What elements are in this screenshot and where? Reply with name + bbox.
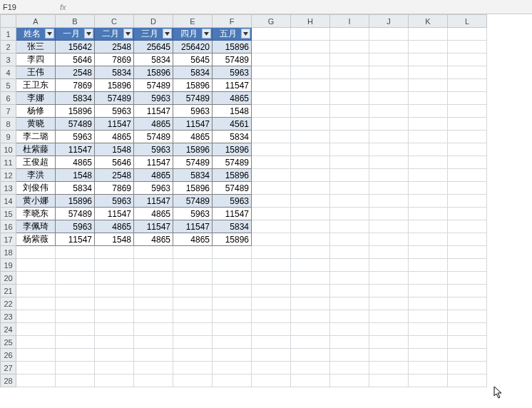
cell-K2[interactable] (409, 41, 448, 53)
cell-H21[interactable] (291, 285, 330, 297)
cell-G28[interactable] (252, 374, 291, 387)
cell-L11[interactable] (448, 156, 487, 169)
table-cell-r6-c0[interactable]: 黄晓 (16, 118, 56, 131)
table-cell-r10-c0[interactable]: 李洪 (16, 169, 56, 182)
cell-I15[interactable] (330, 208, 369, 220)
table-cell-r3-c1[interactable]: 7869 (56, 79, 95, 92)
cell-K19[interactable] (409, 259, 448, 272)
cell-L20[interactable] (448, 272, 487, 285)
cell-J15[interactable] (369, 208, 409, 220)
cell-G14[interactable] (252, 195, 291, 208)
table-cell-r11-c1[interactable]: 5834 (56, 182, 95, 195)
table-cell-r4-c1[interactable]: 5834 (56, 92, 95, 105)
table-cell-r12-c2[interactable]: 5963 (95, 195, 134, 208)
row-header-22[interactable]: 22 (1, 297, 16, 310)
table-cell-r2-c5[interactable]: 5963 (213, 66, 252, 79)
cell-C20[interactable] (95, 272, 134, 285)
cell-G16[interactable] (252, 220, 291, 233)
cell-B18[interactable] (56, 246, 95, 259)
cell-H22[interactable] (291, 297, 330, 310)
row-header-9[interactable]: 9 (1, 131, 16, 143)
table-cell-r15-c0[interactable]: 杨紫薇 (16, 233, 56, 246)
cell-J2[interactable] (369, 41, 409, 53)
cell-E18[interactable] (173, 246, 213, 259)
filter-button-0[interactable] (45, 29, 54, 39)
table-cell-r13-c2[interactable]: 11547 (95, 208, 134, 220)
row-header-6[interactable]: 6 (1, 92, 16, 105)
row-header-5[interactable]: 5 (1, 79, 16, 92)
table-cell-r1-c2[interactable]: 7869 (95, 53, 134, 66)
cell-I2[interactable] (330, 41, 369, 53)
cell-K16[interactable] (409, 220, 448, 233)
filter-button-4[interactable] (202, 29, 211, 39)
table-cell-r6-c3[interactable]: 4865 (134, 118, 173, 131)
row-header-12[interactable]: 12 (1, 169, 16, 182)
cell-K28[interactable] (409, 374, 448, 387)
cell-K21[interactable] (409, 285, 448, 297)
table-cell-r8-c5[interactable]: 15896 (213, 143, 252, 156)
cell-E26[interactable] (173, 349, 213, 362)
cell-J8[interactable] (369, 118, 409, 131)
cell-J7[interactable] (369, 105, 409, 118)
cell-B27[interactable] (56, 362, 95, 374)
row-header-8[interactable]: 8 (1, 118, 16, 131)
cell-J11[interactable] (369, 156, 409, 169)
cell-L12[interactable] (448, 169, 487, 182)
table-cell-r0-c3[interactable]: 25645 (134, 41, 173, 53)
cell-L25[interactable] (448, 336, 487, 349)
cell-L8[interactable] (448, 118, 487, 131)
row-header-17[interactable]: 17 (1, 233, 16, 246)
cell-I17[interactable] (330, 233, 369, 246)
cell-I23[interactable] (330, 310, 369, 323)
cell-H5[interactable] (291, 79, 330, 92)
cell-L15[interactable] (448, 208, 487, 220)
table-cell-r8-c0[interactable]: 杜紫藤 (16, 143, 56, 156)
table-cell-r3-c0[interactable]: 王卫东 (16, 79, 56, 92)
table-cell-r5-c5[interactable]: 1548 (213, 105, 252, 118)
table-cell-r1-c5[interactable]: 57489 (213, 53, 252, 66)
cell-J21[interactable] (369, 285, 409, 297)
cell-J17[interactable] (369, 233, 409, 246)
table-cell-r4-c2[interactable]: 57489 (95, 92, 134, 105)
table-cell-r1-c0[interactable]: 李四 (16, 53, 56, 66)
table-cell-r7-c3[interactable]: 57489 (134, 131, 173, 143)
col-header-J[interactable]: J (369, 15, 409, 28)
cell-K6[interactable] (409, 92, 448, 105)
table-cell-r8-c4[interactable]: 15896 (173, 143, 213, 156)
cell-H11[interactable] (291, 156, 330, 169)
table-cell-r5-c0[interactable]: 杨修 (16, 105, 56, 118)
cell-E22[interactable] (173, 297, 213, 310)
table-cell-r2-c2[interactable]: 5834 (95, 66, 134, 79)
cell-I11[interactable] (330, 156, 369, 169)
row-header-19[interactable]: 19 (1, 259, 16, 272)
table-cell-r0-c0[interactable]: 张三 (16, 41, 56, 53)
table-header-0[interactable]: 姓名 (16, 28, 56, 41)
cell-K9[interactable] (409, 131, 448, 143)
table-cell-r3-c2[interactable]: 15896 (95, 79, 134, 92)
cell-K1[interactable] (409, 28, 448, 41)
cell-H27[interactable] (291, 362, 330, 374)
cell-I19[interactable] (330, 259, 369, 272)
cell-H6[interactable] (291, 92, 330, 105)
cell-L6[interactable] (448, 92, 487, 105)
table-cell-r3-c5[interactable]: 11547 (213, 79, 252, 92)
cell-J12[interactable] (369, 169, 409, 182)
cell-E25[interactable] (173, 336, 213, 349)
cell-H14[interactable] (291, 195, 330, 208)
cell-G2[interactable] (252, 41, 291, 53)
table-cell-r6-c2[interactable]: 11547 (95, 118, 134, 131)
cell-L14[interactable] (448, 195, 487, 208)
cell-K12[interactable] (409, 169, 448, 182)
table-cell-r11-c4[interactable]: 15896 (173, 182, 213, 195)
cell-D19[interactable] (134, 259, 173, 272)
cell-B26[interactable] (56, 349, 95, 362)
table-cell-r12-c5[interactable]: 5963 (213, 195, 252, 208)
table-cell-r12-c1[interactable]: 15896 (56, 195, 95, 208)
row-header-10[interactable]: 10 (1, 143, 16, 156)
cell-J1[interactable] (369, 28, 409, 41)
cell-F18[interactable] (213, 246, 252, 259)
cell-G3[interactable] (252, 53, 291, 66)
cell-H3[interactable] (291, 53, 330, 66)
cell-F26[interactable] (213, 349, 252, 362)
cell-H28[interactable] (291, 374, 330, 387)
